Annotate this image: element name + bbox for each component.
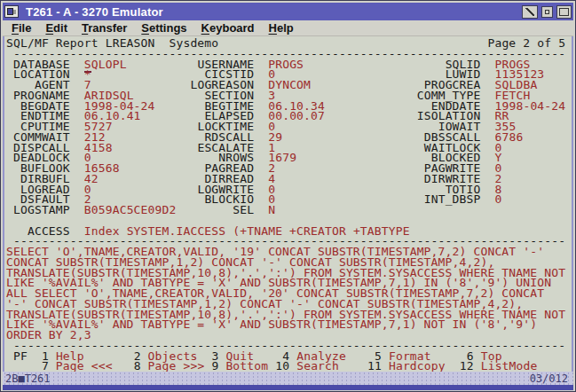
titlebar: T261 - A - 3270 Emulator [3,3,573,20]
terminal-row: LIKE '%AVAIL%' AND TABTYPE = 'X' AND SUB… [6,319,573,330]
menu-item-settings[interactable]: Settings [134,21,193,35]
oia-cursor-position: 03/012 [530,372,568,385]
window-title: T261 - A - 3270 Emulator [26,5,522,19]
window-controls [522,5,572,19]
menu-item-transfer[interactable]: Transfer [75,21,134,35]
oia-session-indicator: 2B■T261 [5,372,51,385]
minimize-button[interactable] [541,6,553,18]
hide-icon [525,8,534,16]
terminal-glyph-icon [7,8,13,15]
system-menu-icon[interactable] [4,5,19,18]
menu-item-help[interactable]: Help [262,21,301,35]
maximize-icon [559,8,569,16]
terminal-glyph-slot [13,10,16,14]
menu-item-file[interactable]: File [4,21,38,35]
menu-item-edit[interactable]: Edit [38,21,75,35]
bottom-accent-bar [3,385,573,390]
status-bar: 2B■T261 03/012 [3,372,573,385]
minimize-icon [545,10,549,14]
terminal-row: LOGSTAMP B059AC5CE09D2 SEL N [6,205,573,216]
emulator-window: T261 - A - 3270 Emulator File Edit Trans… [0,0,576,392]
terminal-screen[interactable]: SQL/MF Report LREASON Sysdemo Page 2 of … [3,36,573,372]
menubar: File Edit Transfer Settings Keyboard Hel… [3,20,573,36]
maximize-button[interactable] [556,5,572,19]
menu-item-keyboard[interactable]: Keyboard [194,21,262,35]
hide-button[interactable] [522,5,538,19]
terminal-row: 7 Page <<< 8 Page >>> 9 Bottom 10 Search… [6,361,573,372]
